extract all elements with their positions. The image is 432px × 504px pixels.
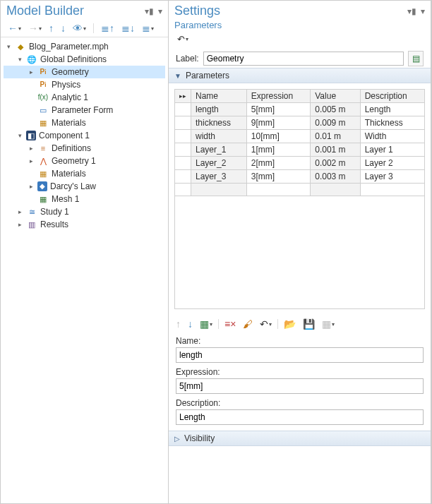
expander-icon[interactable]: ▸ xyxy=(28,155,35,167)
cell-name[interactable]: Layer_1 xyxy=(191,143,247,157)
tree-item[interactable]: ▸≡Definitions xyxy=(4,142,165,155)
tree-item[interactable]: ▦Materials xyxy=(4,116,165,129)
expression-input[interactable] xyxy=(176,378,424,394)
goto-source-button[interactable]: ▤ xyxy=(408,51,424,66)
table-row[interactable]: Layer_11[mm]0.001 mLayer 1 xyxy=(175,143,425,157)
tree-item[interactable]: ▸⋀Geometry 1 xyxy=(4,155,165,167)
table-row[interactable]: width10[mm]0.01 mWidth xyxy=(175,130,425,143)
table-row[interactable]: Layer_22[mm]0.002 mLayer 2 xyxy=(175,157,425,170)
settings-title: Settings xyxy=(174,4,220,18)
label-input[interactable] xyxy=(203,52,404,66)
panel-menu-icon[interactable]: ▾ xyxy=(421,6,425,16)
expander-icon[interactable]: ▾ xyxy=(5,40,12,53)
pin-icon[interactable]: ▾▮ xyxy=(407,6,416,16)
column-header[interactable]: Expression xyxy=(246,90,310,103)
tree-item[interactable]: f(x)Analytic 1 xyxy=(4,91,165,104)
cell-name[interactable]: Layer_3 xyxy=(191,170,247,184)
move-down-button[interactable]: ↓ xyxy=(186,318,194,330)
column-header[interactable]: Value xyxy=(311,90,360,103)
clear-button[interactable]: 🖌 xyxy=(241,318,254,330)
cell-expression[interactable]: 3[mm] xyxy=(246,170,310,184)
nav-back-button[interactable]: ←▾ xyxy=(6,22,23,35)
name-input[interactable] xyxy=(176,347,424,363)
cell-name[interactable]: Layer_2 xyxy=(191,157,247,170)
table-row-empty[interactable] xyxy=(175,184,425,196)
row-handle[interactable] xyxy=(175,116,191,130)
row-handle[interactable] xyxy=(175,143,191,157)
expander-icon[interactable]: ▸ xyxy=(16,218,23,231)
open-button[interactable]: 📂 xyxy=(282,318,297,330)
table-row[interactable]: thickness9[mm]0.009 mThickness xyxy=(175,116,425,130)
tree-item[interactable]: ▦Mesh 1 xyxy=(4,193,165,205)
parameters-section-header[interactable]: ▼ Parameters xyxy=(169,68,431,83)
cell-expression[interactable]: 2[mm] xyxy=(246,157,310,170)
nav-up-button[interactable]: ↑ xyxy=(47,22,55,35)
delete-button[interactable]: ≡× xyxy=(223,318,237,330)
cell-expression[interactable]: 1[mm] xyxy=(246,143,310,157)
tree-options-button[interactable]: ≣▾ xyxy=(140,22,155,35)
collapse-button[interactable]: ≣↑ xyxy=(100,22,116,35)
cell-description[interactable]: Layer 2 xyxy=(360,157,424,170)
cell-value: 0.005 m xyxy=(311,103,360,116)
expander-icon[interactable]: ▸ xyxy=(28,142,35,155)
row-handle[interactable] xyxy=(175,103,191,116)
cell-expression[interactable]: 9[mm] xyxy=(246,116,310,130)
add-button[interactable]: ▦▾ xyxy=(198,318,214,330)
table-row[interactable]: length5[mm]0.005 mLength xyxy=(175,103,425,116)
row-handle[interactable] xyxy=(175,157,191,170)
visibility-section-header[interactable]: ▷ Visibility xyxy=(169,431,431,446)
expression-field-label: Expression: xyxy=(176,367,424,377)
table-corner[interactable]: ▸▸ xyxy=(175,90,191,103)
tree-item[interactable]: ▸▥Results xyxy=(4,218,165,231)
nav-down-button[interactable]: ↓ xyxy=(59,22,67,35)
tree-item[interactable]: ▾🌐Global Definitions xyxy=(4,53,165,66)
cell-value: 0.009 m xyxy=(311,116,360,130)
cell-description[interactable]: Layer 3 xyxy=(360,170,424,184)
tree-item-label: Parameter Form xyxy=(52,104,113,116)
tree-item-label: Component 1 xyxy=(39,129,90,142)
row-handle[interactable] xyxy=(175,170,191,184)
expander-icon[interactable]: ▸ xyxy=(28,66,35,78)
tree-item[interactable]: ▸◆Darcy's Law xyxy=(4,180,165,193)
cell-name[interactable]: thickness xyxy=(191,116,247,130)
cell-description[interactable]: Thickness xyxy=(360,116,424,130)
expander-icon[interactable]: ▸ xyxy=(16,205,23,218)
parameters-table[interactable]: ▸▸NameExpressionValueDescriptionlength5[… xyxy=(174,89,425,196)
cell-description[interactable]: Layer 1 xyxy=(360,143,424,157)
undo-button[interactable]: ↶▾ xyxy=(176,33,190,45)
cell-description[interactable]: Length xyxy=(360,103,424,116)
pin-icon[interactable]: ▾▮ xyxy=(145,6,154,16)
tree-item[interactable]: ▦Materials xyxy=(4,167,165,180)
tree-item[interactable]: PiPhysics xyxy=(4,78,165,91)
settings-mini-toolbar: ↶▾ xyxy=(169,32,431,47)
cell-name[interactable]: length xyxy=(191,103,247,116)
show-button[interactable]: 👁▾ xyxy=(71,22,88,35)
expand-button[interactable]: ≣↓ xyxy=(120,22,136,35)
expander-icon[interactable]: ▾ xyxy=(16,53,23,66)
expander-icon[interactable]: ▸ xyxy=(28,180,35,193)
tree-item[interactable]: ▭Parameter Form xyxy=(4,104,165,116)
column-header[interactable]: Name xyxy=(191,90,247,103)
cell-expression[interactable]: 10[mm] xyxy=(246,130,310,143)
cell-name[interactable]: width xyxy=(191,130,247,143)
cell-description[interactable]: Width xyxy=(360,130,424,143)
row-handle[interactable] xyxy=(175,130,191,143)
tree-item[interactable]: ▾◆Blog_Parameter.mph xyxy=(4,40,165,53)
tree-item-label: Materials xyxy=(52,116,86,129)
nav-forward-button: →▾ xyxy=(27,22,43,35)
save-button[interactable]: 💾 xyxy=(301,318,316,330)
description-input[interactable] xyxy=(176,409,424,425)
cell-expression[interactable]: 5[mm] xyxy=(246,103,310,116)
cell-value: 0.01 m xyxy=(311,130,360,143)
column-header[interactable]: Description xyxy=(360,90,424,103)
tree-item[interactable]: ▾◧Component 1 xyxy=(4,129,165,142)
expander-icon[interactable]: ▾ xyxy=(16,129,23,142)
undo2-button[interactable]: ↶▾ xyxy=(258,318,273,330)
tree-item[interactable]: ▸≅Study 1 xyxy=(4,205,165,218)
tree-item-label: Blog_Parameter.mph xyxy=(29,40,109,53)
panel-menu-icon[interactable]: ▾ xyxy=(158,6,162,16)
settings-panel: Settings ▾▮ ▾ Parameters ↶▾ Label: ▤ ▼ P… xyxy=(169,1,431,503)
tree-item[interactable]: ▸PiGeometry xyxy=(4,66,165,78)
model-tree[interactable]: ▾◆Blog_Parameter.mph▾🌐Global Definitions… xyxy=(1,37,168,503)
table-row[interactable]: Layer_33[mm]0.003 mLayer 3 xyxy=(175,170,425,184)
